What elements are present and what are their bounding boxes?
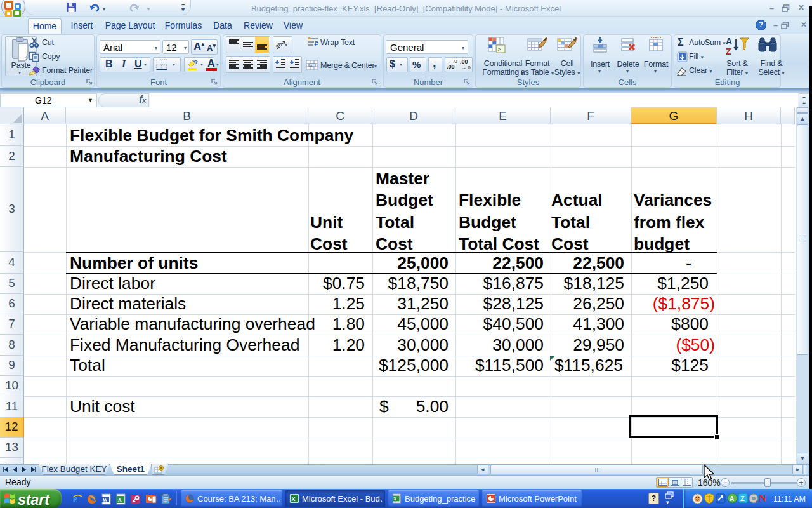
- svg-text:→.0: →.0: [461, 65, 471, 70]
- svg-text:ab: ab: [275, 40, 284, 50]
- svg-text:A: A: [726, 36, 732, 46]
- svg-text:X: X: [393, 497, 396, 502]
- svg-text:X: X: [118, 497, 122, 503]
- svg-text:X: X: [292, 496, 296, 502]
- svg-text:Z: Z: [726, 46, 731, 56]
- svg-text:.00: .00: [460, 58, 468, 65]
- svg-text:a: a: [310, 63, 312, 67]
- svg-text:W: W: [103, 497, 108, 503]
- svg-text:Z: Z: [740, 495, 745, 502]
- svg-text:A: A: [730, 495, 734, 502]
- svg-text:←.0: ←.0: [448, 58, 457, 64]
- svg-text:.00: .00: [447, 64, 455, 70]
- svg-text:≥: ≥: [498, 46, 501, 53]
